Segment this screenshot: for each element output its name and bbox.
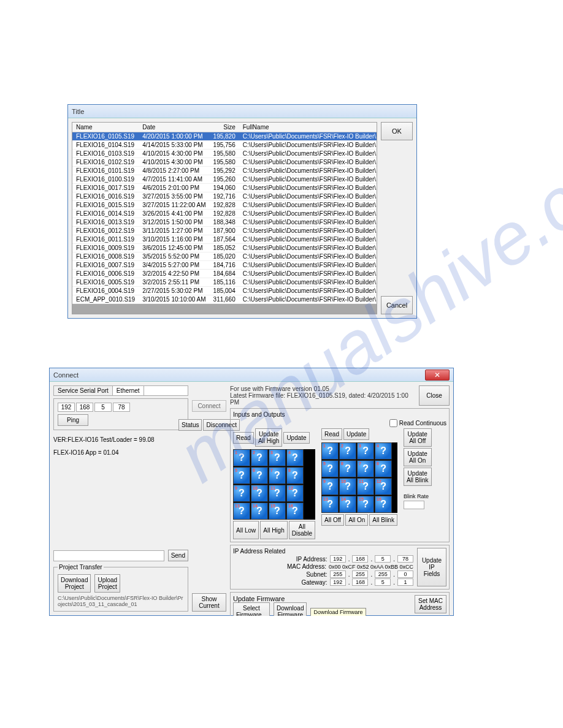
table-row[interactable]: FLEXIO16_0100.S194/7/2015 11:41:00 AM195…: [72, 175, 377, 184]
io-cell[interactable]: ?: [269, 502, 286, 520]
tab-ethernet[interactable]: Ethernet: [113, 386, 144, 395]
io-cell[interactable]: ?: [251, 502, 268, 520]
io-cell[interactable]: ?: [286, 485, 304, 502]
all-on-button[interactable]: All On: [345, 514, 368, 526]
io-cell[interactable]: ?: [286, 467, 304, 484]
table-row[interactable]: FLEXIO16_0101.S194/8/2015 2:27:00 PM195,…: [72, 167, 377, 175]
update-outputs-button[interactable]: Update: [343, 428, 369, 440]
io-cell[interactable]: ?: [339, 478, 356, 495]
read-inputs-button[interactable]: Read: [233, 432, 254, 444]
io-cell[interactable]: ?: [321, 460, 339, 477]
io-cell[interactable]: ?: [251, 485, 268, 502]
blink-rate-input[interactable]: [404, 501, 424, 509]
ip-octet-4[interactable]: [113, 403, 130, 412]
table-row[interactable]: FLEXIO16_0016.S193/27/2015 3:55:00 PM192…: [72, 192, 377, 201]
gateway-2[interactable]: [352, 578, 368, 586]
ipaddr-2[interactable]: [352, 555, 368, 563]
io-cell[interactable]: ?: [375, 478, 392, 495]
table-row[interactable]: FLEXIO16_0012.S193/11/2015 1:27:00 PM187…: [72, 227, 377, 235]
ipaddr-1[interactable]: [330, 555, 346, 563]
subnet-3[interactable]: [375, 571, 391, 578]
io-cell[interactable]: ?: [233, 485, 250, 502]
io-cell[interactable]: ?: [339, 496, 356, 513]
table-row[interactable]: FLEXIO16_0015.S193/27/2015 11:22:00 AM19…: [72, 201, 377, 210]
table-row[interactable]: FLEXIO16_0008.S193/5/2015 5:52:00 PM185,…: [72, 252, 377, 261]
table-row[interactable]: FLEXIO16_0005.S193/2/2015 2:55:11 PM185,…: [72, 278, 377, 287]
ip-octet-1[interactable]: [58, 403, 75, 412]
io-cell[interactable]: ?: [321, 442, 339, 460]
all-off-button[interactable]: All Off: [321, 514, 344, 526]
table-row[interactable]: FLEXIO16_0011.S193/10/2015 1:16:00 PM187…: [72, 235, 377, 244]
update-all-off-button[interactable]: Update All Off: [404, 428, 432, 447]
all-high-button[interactable]: All High: [260, 521, 287, 539]
io-cell[interactable]: ?: [357, 442, 374, 460]
io-cell[interactable]: ?: [357, 496, 374, 513]
table-row[interactable]: FLEXIO16_0017.S194/6/2015 2:01:00 PM194,…: [72, 184, 377, 192]
table-row[interactable]: FLEXIO16_0013.S193/12/2015 1:50:00 PM188…: [72, 218, 377, 227]
ip-octet-2[interactable]: [76, 403, 93, 412]
io-cell[interactable]: ?: [357, 478, 374, 495]
select-firmware-button[interactable]: Select Firmware...: [233, 602, 270, 616]
ok-button[interactable]: OK: [381, 122, 413, 140]
inputs-grid[interactable]: ????????????????: [233, 449, 315, 520]
close-icon[interactable]: ✕: [425, 370, 450, 381]
update-ip-fields-button[interactable]: Update IP Fields: [417, 548, 446, 586]
io-cell[interactable]: ?: [375, 460, 392, 477]
all-blink-button[interactable]: All Blink: [369, 514, 397, 526]
tab-serial[interactable]: Service Serial Port: [54, 386, 113, 395]
update-inputs-button[interactable]: Update: [283, 432, 309, 444]
outputs-grid[interactable]: ????????????????: [321, 442, 397, 513]
table-row[interactable]: FLEXIO16_0004.S192/27/2015 5:30:02 PM185…: [72, 287, 377, 295]
read-continuous-checkbox[interactable]: Read Continuous: [389, 419, 446, 427]
gateway-1[interactable]: [330, 578, 346, 586]
table-row[interactable]: ECM_APP_0010.S193/10/2015 10:10:00 AM311…: [72, 295, 377, 304]
io-cell[interactable]: ?: [269, 449, 286, 466]
ping-button[interactable]: Ping: [58, 414, 88, 426]
subnet-1[interactable]: [330, 571, 346, 578]
io-cell[interactable]: ?: [375, 496, 392, 513]
all-disable-button[interactable]: All Disable: [289, 521, 315, 539]
file-table[interactable]: Name Date Size FullName FLEXIO16_0105.S1…: [72, 122, 377, 314]
io-cell[interactable]: ?: [375, 442, 392, 460]
io-cell[interactable]: ?: [233, 502, 250, 520]
io-cell[interactable]: ?: [233, 449, 250, 466]
command-input[interactable]: [53, 550, 164, 561]
subnet-4[interactable]: [397, 571, 413, 578]
update-all-blink-button[interactable]: Update All Blink: [404, 468, 432, 486]
col-header-date[interactable]: Date: [139, 123, 209, 132]
table-row[interactable]: FLEXIO16_0104.S194/14/2015 5:33:00 PM195…: [72, 141, 377, 150]
table-row[interactable]: FLEXIO16_0006.S193/2/2015 4:22:50 PM184,…: [72, 270, 377, 278]
io-cell[interactable]: ?: [233, 467, 250, 484]
gateway-4[interactable]: [397, 578, 413, 586]
cancel-button[interactable]: Cancel: [381, 296, 413, 314]
io-cell[interactable]: ?: [286, 449, 304, 466]
send-button[interactable]: Send: [168, 550, 188, 561]
gateway-3[interactable]: [375, 578, 391, 586]
read-outputs-button[interactable]: Read: [321, 428, 342, 440]
col-header-name[interactable]: Name: [72, 123, 139, 132]
col-header-fullname[interactable]: FullName: [239, 123, 377, 132]
table-row[interactable]: FLEXIO16_0105.S194/20/2015 1:00:00 PM195…: [72, 132, 377, 141]
all-low-button[interactable]: All Low: [233, 521, 259, 539]
ipaddr-4[interactable]: [397, 555, 413, 563]
table-row[interactable]: FLEXIO16_0102.S194/10/2015 4:30:00 PM195…: [72, 158, 377, 167]
table-row[interactable]: FLEXIO16_0009.S193/6/2015 12:45:00 PM185…: [72, 244, 377, 252]
io-cell[interactable]: ?: [251, 449, 268, 466]
io-cell[interactable]: ?: [251, 467, 268, 484]
set-mac-button[interactable]: Set MAC Address: [415, 595, 446, 613]
status-button[interactable]: Status: [178, 419, 202, 431]
connect-button[interactable]: Connect: [192, 400, 226, 412]
ip-octet-3[interactable]: [94, 403, 112, 412]
io-cell[interactable]: ?: [321, 496, 339, 513]
io-cell[interactable]: ?: [339, 442, 356, 460]
download-firmware-button[interactable]: Download Firmware: [274, 602, 307, 616]
table-row[interactable]: FLEXIO16_0014.S193/26/2015 4:41:00 PM192…: [72, 210, 377, 218]
close-button[interactable]: Close: [419, 385, 450, 406]
table-row[interactable]: FLEXIO16_0007.S193/4/2015 5:27:00 PM184,…: [72, 261, 377, 270]
table-row[interactable]: FLEXIO16_0103.S194/10/2015 4:30:00 PM195…: [72, 150, 377, 158]
io-cell[interactable]: ?: [286, 502, 304, 520]
io-cell[interactable]: ?: [357, 460, 374, 477]
download-project-button[interactable]: Download Project: [58, 574, 91, 593]
show-current-button[interactable]: Show Current: [192, 593, 226, 612]
update-all-on-button[interactable]: Update All On: [404, 448, 432, 466]
